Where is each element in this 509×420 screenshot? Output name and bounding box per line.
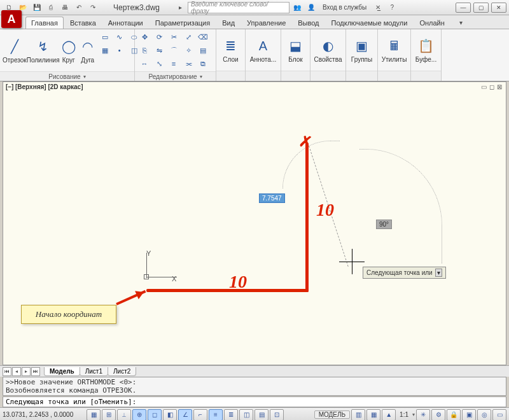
clean-screen-icon[interactable]: ▭ [492,409,506,421]
search-input[interactable]: Введите ключевое слово/фразу [188,2,289,13]
tab-insert[interactable]: Вставка [64,17,102,29]
sheet-tab-layout1[interactable]: Лист1 [80,367,108,376]
annoscale-auto-icon[interactable]: ✳ [416,409,430,421]
panel-edit-title[interactable]: Редактирование▾ [135,71,216,81]
copy-icon[interactable]: ⎘ [137,44,151,57]
drawing-quickview-icon[interactable]: ▦ [366,409,380,421]
dyn-toggle[interactable]: ≡ [209,409,223,421]
viewport-min-icon[interactable]: ▭ [481,83,487,90]
transparency-toggle[interactable]: ◫ [239,409,253,421]
polar-toggle[interactable]: ⊕ [132,409,146,421]
tooltip-down-icon[interactable]: ▾ [435,269,442,277]
mirror-icon[interactable]: ⇋ [152,44,166,57]
dynamic-distance-input[interactable]: 7.7547 [259,193,285,203]
osnap-toggle[interactable]: ◻ [148,409,162,421]
stretch-icon[interactable]: ↔ [137,57,151,70]
tab-manage[interactable]: Управление [241,17,291,29]
viewport-close-icon[interactable]: ⊠ [497,83,502,90]
sheet-last-icon[interactable]: ⏭ [31,367,40,376]
tooltip-text: Следующая точка или [366,269,433,276]
qat-save-icon[interactable]: 💾 [31,1,43,14]
erase-icon[interactable]: ⌫ [196,31,210,43]
hatch-icon[interactable]: ▦ [98,44,112,57]
app-menu-icon[interactable]: A [1,10,22,28]
workspace-model-label[interactable]: МОДЕЛЬ [314,410,350,419]
groups-button[interactable]: ▣Группы [349,31,375,69]
block-button[interactable]: ⬓Блок [284,31,307,69]
circle-button[interactable]: ◯Круг [60,31,78,69]
annoscale-icon[interactable]: ▲ [382,409,396,421]
osnap3d-toggle[interactable]: ◧ [163,409,177,421]
workspace-switch-icon[interactable]: ⚙ [431,409,445,421]
maximize-button[interactable]: ▢ [473,3,489,13]
coordinate-display[interactable]: 13.0731, 2.2453 , 0.0000 [3,411,85,418]
explode-icon[interactable]: ✧ [181,44,195,57]
lineweight-toggle[interactable]: ≣ [224,409,238,421]
clipboard-button[interactable]: 📋Буфе... [414,31,438,69]
panel-block: ⬓Блок [281,29,310,81]
sheet-first-icon[interactable]: ⏮ [3,367,11,376]
qat-undo-icon[interactable]: ↶ [73,1,85,14]
fillet-icon[interactable]: ⌒ [167,44,181,57]
ortho-toggle[interactable]: ⟂ [117,409,131,421]
annotate-button[interactable]: AАннота... [248,31,278,69]
signin-link[interactable]: Вход в службы [323,4,366,11]
arc-button[interactable]: ◠Дуга [79,31,97,69]
extend-icon[interactable]: ⤢ [181,31,195,43]
sheet-prev-icon[interactable]: ◂ [12,367,21,376]
properties-button[interactable]: ◐Свойства [313,31,343,69]
qat-redo-icon[interactable]: ↷ [87,1,99,14]
tab-home[interactable]: Главная [25,17,64,29]
snap-toggle[interactable]: ▦ [87,409,101,421]
ducs-toggle[interactable]: ⌐ [193,409,207,421]
viewport-label[interactable]: [–] [Верхняя] [2D каркас] [6,83,83,90]
qat-saveas-icon[interactable]: ⎙ [45,1,57,14]
minimize-button[interactable]: — [456,3,471,13]
sheet-tab-layout2[interactable]: Лист2 [108,367,136,376]
qat-print-icon[interactable]: 🖶 [59,1,71,14]
close-button[interactable]: ✕ [491,3,506,13]
help-icon[interactable]: ? [386,1,398,14]
drawing-canvas[interactable]: [–] [Верхняя] [2D каркас] ▭ ◻ ⊠ Y X ✗ 10… [3,81,506,365]
scale-menu-icon[interactable]: ▾ [412,412,415,417]
ribbon-expand-icon[interactable]: ▾ [455,16,468,29]
signin-icon[interactable]: 👤 [305,1,317,14]
rotate-icon[interactable]: ⟳ [152,31,166,43]
layout-quickview-icon[interactable]: ▥ [351,409,365,421]
layers-button[interactable]: ≣Слои [219,31,242,69]
tab-output[interactable]: Вывод [292,17,324,29]
toolbar-lock-icon[interactable]: 🔒 [447,409,461,421]
trim-icon[interactable]: ✂ [167,31,181,43]
panel-draw-title[interactable]: Рисование▾ [0,71,134,81]
spline-icon[interactable]: ∿ [113,31,127,43]
utilities-button[interactable]: 🖩Утилиты [380,31,408,69]
tab-annotate[interactable]: Аннотации [102,17,149,29]
line-button[interactable]: ╱Отрезок [3,31,27,69]
offset-icon[interactable]: ≡ [167,57,181,70]
rectangle-icon[interactable]: ▭ [98,31,112,43]
isolate-objects-icon[interactable]: ◎ [477,409,491,421]
people-icon[interactable]: 👥 [291,1,303,14]
polyline-button[interactable]: ↯Полилиния [28,31,59,69]
sheet-next-icon[interactable]: ▸ [22,367,31,376]
array-icon[interactable]: ▤ [196,44,210,57]
tab-parametric[interactable]: Параметризация [150,17,216,29]
join-icon[interactable]: ⫘ [181,57,195,70]
tab-view[interactable]: Вид [216,17,241,29]
annotation-scale-value[interactable]: 1:1 [397,411,411,418]
sheet-tab-model[interactable]: Модель [44,367,80,376]
tab-plugins[interactable]: Подключаемые модули [326,17,414,29]
scale-icon[interactable]: ⤡ [152,57,166,70]
otrack-toggle[interactable]: ∠ [178,409,192,421]
grid-toggle[interactable]: ⊞ [102,409,116,421]
point-icon[interactable]: • [113,44,127,57]
hardware-accel-icon[interactable]: ▣ [462,409,476,421]
move-icon[interactable]: ✥ [137,31,151,43]
command-input[interactable]: Следующая точка или [оТменить]: [3,396,506,407]
exchange-icon[interactable]: ✕̲ [372,1,384,14]
break-icon[interactable]: ⧉ [196,57,210,70]
quickprops-toggle[interactable]: ▤ [254,409,268,421]
tab-online[interactable]: Онлайн [414,17,450,29]
selection-cycling-toggle[interactable]: ⊡ [270,409,284,421]
viewport-max-icon[interactable]: ◻ [489,83,494,90]
